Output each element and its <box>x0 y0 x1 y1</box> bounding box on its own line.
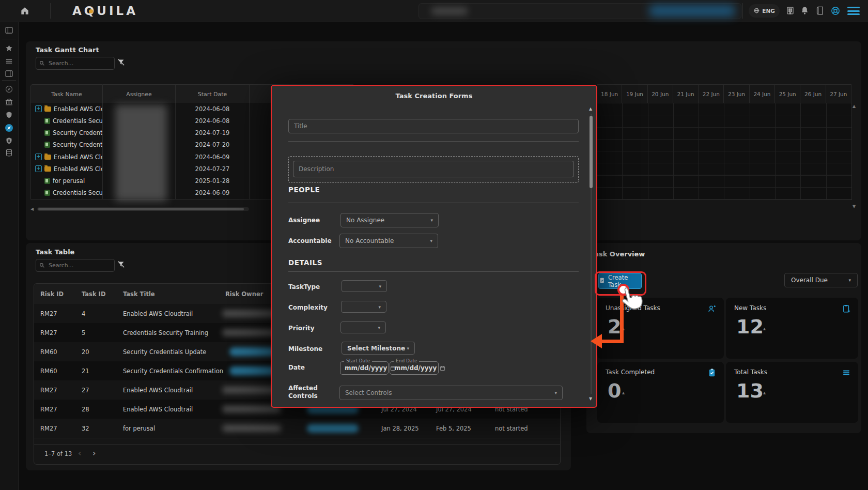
building-icon[interactable] <box>785 6 796 16</box>
chevron-down-icon: ▾ <box>378 304 381 310</box>
complexity-label: Complexity <box>288 304 337 312</box>
gantt-search-input[interactable] <box>48 59 111 67</box>
redacted-risk-owner <box>223 425 281 432</box>
tasktype-label: TaskType <box>288 283 337 291</box>
timeline-day: 27 Jun <box>826 84 851 104</box>
title-input[interactable] <box>288 119 579 133</box>
app-logo: AQUILA <box>72 4 138 18</box>
sidebar-item-panel-right[interactable] <box>3 68 14 79</box>
pagination-range: 1–7 of 13 <box>44 450 72 457</box>
chevron-down-icon: ▾ <box>407 346 409 351</box>
redacted-search-text <box>431 7 468 15</box>
gantt-task-name: Enabled AWS Cloudtrail <box>54 154 103 161</box>
assignee-dropdown[interactable]: No Assignee ▾ <box>340 213 439 227</box>
scrollbar-thumb[interactable] <box>590 116 593 188</box>
overall-due-dropdown[interactable]: Overall Due ▾ <box>784 273 858 287</box>
overall-due-label: Overall Due <box>791 277 828 284</box>
complexity-dropdown[interactable]: ▾ <box>341 301 386 313</box>
sidebar-item-user-shield[interactable] <box>3 135 14 146</box>
sidebar-divider <box>2 80 16 81</box>
gantt-task-name: Credentials Security Training <box>53 189 103 196</box>
gantt-task-name-cell: +Enabled AWS Cloudtrail <box>30 163 103 175</box>
global-search-area[interactable] <box>419 3 741 19</box>
cell-task-id: 5 <box>82 329 85 336</box>
affected-controls-dropdown[interactable]: Select Controls ▾ <box>339 386 563 400</box>
card-value: 13 <box>736 379 764 402</box>
gantt-task-name-cell: Credentials Security Training <box>30 187 103 200</box>
timeline-day: 20 Jun <box>648 84 673 104</box>
chevron-down-icon: ▾ <box>848 278 851 283</box>
filter-off-icon[interactable] <box>117 58 126 69</box>
tasktype-dropdown[interactable]: ▾ <box>342 280 387 292</box>
sidebar-item-list[interactable] <box>3 55 14 67</box>
start-date-floating-label: Start Date <box>344 358 372 363</box>
card-value: 12 <box>736 315 764 338</box>
assignee-value: No Assignee <box>346 217 384 224</box>
task-table-search <box>36 259 115 272</box>
language-selector[interactable]: ENG <box>749 4 780 18</box>
doc-icon <box>44 142 50 148</box>
caret-up-icon: ▴ <box>763 326 766 331</box>
cell-task-id: 28 <box>82 406 89 413</box>
gantt-task-name-cell: Security Credentials Confirmation <box>30 139 103 151</box>
expand-icon[interactable]: + <box>35 105 42 112</box>
calendar-icon[interactable] <box>440 363 445 373</box>
gantt-start-date-cell: 2024-06-09 <box>176 151 250 163</box>
pagination-divider <box>34 444 560 445</box>
menu-icon[interactable] <box>847 7 860 15</box>
caret-up-icon: ▴ <box>622 390 625 395</box>
help-ring-icon[interactable] <box>830 6 841 16</box>
overview-card: Total Tasks13▴ <box>726 362 858 423</box>
scroll-down-icon[interactable]: ▼ <box>589 396 592 401</box>
priority-dropdown[interactable]: ▾ <box>340 321 386 333</box>
cell-status: not started <box>495 425 528 432</box>
cell-risk-id: RM27 <box>40 406 57 413</box>
doc-icon <box>44 130 50 136</box>
card-label: Total Tasks <box>734 369 767 376</box>
clipboard-add-icon <box>842 304 851 313</box>
accountable-dropdown[interactable]: No Accountable ▾ <box>339 234 438 248</box>
expand-icon[interactable]: + <box>35 165 42 172</box>
search-icon <box>39 58 45 68</box>
gantt-task-name-cell: +Enabled AWS Cloudtrail <box>30 103 103 115</box>
start-date-field[interactable]: Start Date mm/dd/yyyy <box>340 361 389 375</box>
sidebar-item-panel-left[interactable] <box>3 24 14 36</box>
affected-controls-value: Select Controls <box>345 389 392 396</box>
sidebar-divider <box>2 39 16 39</box>
scroll-left-icon[interactable]: ◀ <box>30 207 34 211</box>
pagination-next[interactable]: › <box>92 450 96 457</box>
bell-icon[interactable] <box>800 6 810 16</box>
task-table-search-input[interactable] <box>48 262 111 269</box>
sidebar-item-compass-active[interactable] <box>3 122 14 133</box>
people-heading: PEOPLE <box>288 186 320 194</box>
table-row[interactable]: RM2732for perusalJan 28, 2025Feb 5, 2025… <box>34 419 560 438</box>
sidebar-item-compass[interactable] <box>3 83 14 95</box>
assignee-label: Assignee <box>288 217 337 224</box>
pagination-prev[interactable]: ‹ <box>78 450 81 457</box>
sidebar-item-shield[interactable] <box>3 109 14 120</box>
milestone-dropdown[interactable]: Select Milestone ▾ <box>342 342 415 355</box>
sidebar-item-bank[interactable] <box>3 96 14 108</box>
modal-scrollbar[interactable]: ▲ ▼ <box>589 106 594 401</box>
book-icon[interactable] <box>815 6 826 16</box>
gantt-task-name-cell: Credentials Security Training <box>30 115 103 127</box>
modal-divider <box>288 271 579 272</box>
expand-icon[interactable]: + <box>35 154 42 160</box>
gantt-horizontal-scrollbar[interactable] <box>37 207 249 211</box>
cell-task-id: 32 <box>82 425 89 432</box>
scroll-up-icon[interactable]: ▲ <box>853 104 856 109</box>
sidebar-item-star[interactable] <box>3 42 14 54</box>
sidebar-item-database[interactable] <box>3 147 14 158</box>
end-date-field[interactable]: End Date mm/dd/yyyy <box>390 361 439 375</box>
end-date-floating-label: End Date <box>394 358 419 363</box>
scroll-up-icon[interactable]: ▲ <box>589 106 592 111</box>
priority-label: Priority <box>288 325 337 332</box>
description-input[interactable] <box>293 161 574 177</box>
scroll-down-icon[interactable]: ▼ <box>853 204 856 209</box>
filter-off-icon[interactable] <box>117 260 126 271</box>
cell-task-title: Security Credentials Confirmation <box>123 368 223 375</box>
timeline-day: 21 Jun <box>673 84 699 104</box>
home-icon[interactable] <box>20 6 30 16</box>
gantt-start-date-cell: 2024-07-20 <box>176 139 250 151</box>
card-label: New Tasks <box>734 304 766 312</box>
